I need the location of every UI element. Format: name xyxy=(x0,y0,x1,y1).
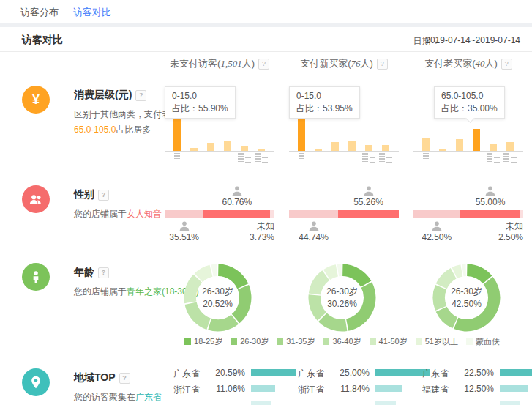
female-icon xyxy=(363,185,375,197)
donut-segment-31-35岁[interactable] xyxy=(436,307,458,329)
female-segment[interactable] xyxy=(338,210,399,218)
row-title-text: 地域TOP xyxy=(74,371,116,384)
legend-item[interactable]: 31-35岁 xyxy=(277,336,315,347)
tooltip-range: 65.0-105.0 xyxy=(441,90,498,103)
male-segment[interactable] xyxy=(289,210,338,218)
help-icon[interactable]: ? xyxy=(377,59,388,70)
consume-bar-1[interactable] xyxy=(190,148,198,151)
donut-segment-31-35岁[interactable] xyxy=(208,315,239,332)
date-range-value[interactable]: 2019-07-14~2019-07-14 xyxy=(425,35,520,45)
donut-segment-蒙面侠[interactable] xyxy=(337,264,342,277)
help-icon[interactable]: ? xyxy=(98,267,109,278)
male-segment[interactable] xyxy=(413,210,460,218)
consume-bar-1[interactable] xyxy=(315,149,322,151)
legend-item[interactable]: 36-40岁 xyxy=(323,336,361,347)
female-segment[interactable] xyxy=(203,210,270,218)
donut-segment-41-50岁[interactable] xyxy=(184,275,202,304)
tooltip-range: 0-15.0 xyxy=(172,90,228,103)
people-icon xyxy=(22,185,50,213)
region-percent: 11.06% xyxy=(210,384,245,394)
help-icon[interactable]: ? xyxy=(258,59,269,70)
column-header-count: 40 xyxy=(476,58,485,70)
legend-item[interactable]: 18-25岁 xyxy=(184,336,222,347)
tab-visitor-distribution[interactable]: 访客分布 xyxy=(20,6,59,19)
consume-bar-4[interactable] xyxy=(490,144,497,151)
donut-segment-36-40岁[interactable] xyxy=(433,285,447,311)
donut-svg[interactable] xyxy=(183,263,252,332)
tooltip-share: 占比：53.95% xyxy=(296,103,353,115)
consume-bar-0[interactable] xyxy=(298,117,305,151)
age-donut-chart: 26-30岁42.50% xyxy=(432,263,501,332)
gender-stacked-bar[interactable] xyxy=(289,210,399,218)
gender-chart[interactable]: 60.76%35.51%未知3.73% xyxy=(165,176,274,253)
row-region-top: 地域TOP? 您的访客聚集在广东省 广东省20.59%浙江省11.06% 广东省… xyxy=(0,359,532,405)
donut-segment-蒙面侠[interactable] xyxy=(462,264,466,277)
region-bar xyxy=(251,385,275,392)
consume-bar-3[interactable] xyxy=(224,141,231,151)
male-icon xyxy=(431,220,443,232)
row-gender: 性别? 您的店铺属于女人知音 60.76%35.51%未知3.73% 55.26… xyxy=(0,176,532,254)
yen-icon: ¥ xyxy=(22,86,50,114)
gender-chart[interactable]: 55.26%44.74% xyxy=(289,176,399,253)
legend-item[interactable]: 26-30岁 xyxy=(231,336,269,347)
female-percent-label: 55.26% xyxy=(343,197,394,207)
consume-bar-5[interactable] xyxy=(258,149,265,151)
consume-bar-chart[interactable] xyxy=(289,114,399,152)
column-header-count: 76 xyxy=(351,58,361,70)
donut-svg[interactable] xyxy=(307,263,377,332)
axis-tick-glyph xyxy=(503,153,509,163)
region-bar xyxy=(500,401,520,405)
legend-item[interactable]: 41-50岁 xyxy=(370,336,408,347)
region-bar xyxy=(375,385,402,392)
consume-bar-1[interactable] xyxy=(439,149,446,151)
donut-segment-41-50岁[interactable] xyxy=(309,270,329,294)
donut-segment-36-40岁[interactable] xyxy=(185,302,211,330)
donut-segment-26-30岁[interactable] xyxy=(346,282,375,330)
legend-label: 41-50岁 xyxy=(379,336,408,347)
consume-bar-3[interactable] xyxy=(348,141,356,151)
donut-segment-18-25岁[interactable] xyxy=(218,264,248,289)
consume-bar-4[interactable] xyxy=(365,145,372,151)
donut-segment-31-35岁[interactable] xyxy=(318,313,347,331)
male-segment[interactable] xyxy=(165,210,203,218)
gender-stacked-bar[interactable] xyxy=(165,210,274,218)
axis-tick-glyph xyxy=(245,155,251,164)
row-title-age: 年龄? xyxy=(74,266,109,279)
unknown-segment[interactable] xyxy=(520,210,523,218)
donut-segment-18-25岁[interactable] xyxy=(342,264,371,287)
consume-bar-0[interactable] xyxy=(173,116,181,151)
column-header-text: 人) xyxy=(242,57,255,70)
donut-segment-26-30岁[interactable] xyxy=(454,277,500,332)
consume-bar-2[interactable] xyxy=(456,139,463,151)
region-top-list: 广东省22.50%福建省12.50% xyxy=(413,359,532,405)
consume-bar-2[interactable] xyxy=(331,142,339,151)
column-header-text: 未支付访客( xyxy=(170,57,220,70)
gender-stacked-bar[interactable] xyxy=(413,210,523,218)
help-icon[interactable]: ? xyxy=(501,59,512,70)
help-icon[interactable]: ? xyxy=(135,90,146,101)
unknown-segment[interactable] xyxy=(270,210,274,218)
consume-bar-5[interactable] xyxy=(382,145,389,151)
consume-bar-0[interactable] xyxy=(422,138,430,151)
donut-segment-41-50岁[interactable] xyxy=(436,268,457,289)
legend-label: 31-35岁 xyxy=(286,336,315,347)
consume-bar-5[interactable] xyxy=(506,142,514,151)
consume-bar-3[interactable] xyxy=(473,129,480,151)
female-segment[interactable] xyxy=(460,210,521,218)
consume-bar-chart[interactable] xyxy=(165,114,274,152)
donut-svg[interactable] xyxy=(432,263,501,332)
tab-bar: 访客分布 访客对比 xyxy=(0,0,532,23)
consume-bar-4[interactable] xyxy=(241,146,248,151)
tab-visitor-compare[interactable]: 访客对比 xyxy=(73,6,111,19)
axis-tick-glyph xyxy=(255,153,261,163)
help-icon[interactable]: ? xyxy=(98,190,109,201)
help-icon[interactable]: ? xyxy=(119,373,130,384)
donut-segment-26-30岁[interactable] xyxy=(232,285,252,323)
legend-item[interactable]: 蒙面侠 xyxy=(466,336,500,347)
row-title-region: 地域TOP? xyxy=(74,371,130,384)
gender-chart[interactable]: 55.00%42.50%未知2.50% xyxy=(413,176,523,253)
row-title-text: 性别 xyxy=(74,188,94,201)
legend-item[interactable]: 51岁以上 xyxy=(416,336,458,347)
legend-label: 18-25岁 xyxy=(194,336,222,347)
consume-bar-2[interactable] xyxy=(207,143,214,151)
